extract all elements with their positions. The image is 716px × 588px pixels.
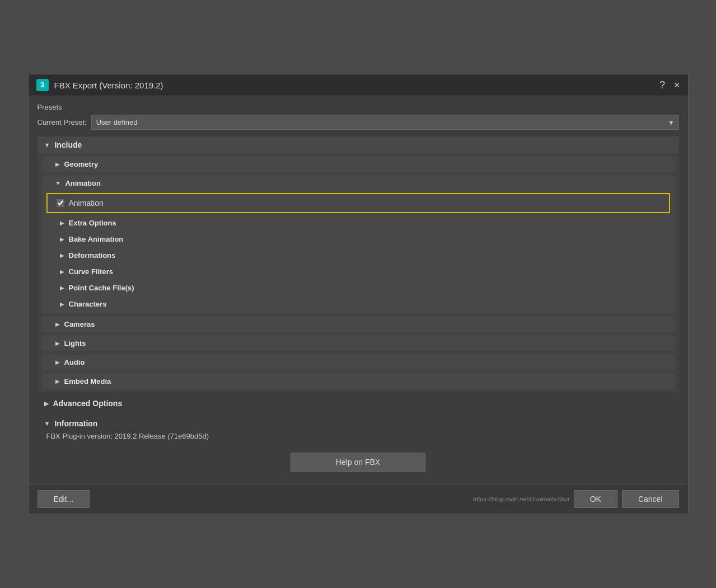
animation-subsection: ▼ Animation Animation ▶ Extra Op: [42, 176, 675, 313]
title-bar-left: 3 FBX Export (Version: 2019.2): [36, 79, 163, 91]
advanced-options-label: Advanced Options: [53, 399, 123, 408]
dialog-body: Presets Current Preset: User defined ▼ I…: [29, 96, 688, 484]
geometry-arrow: ▶: [55, 161, 60, 167]
presets-label: Presets: [38, 103, 679, 111]
extra-options-header[interactable]: ▶ Extra Options: [46, 215, 670, 231]
deformations-header[interactable]: ▶ Deformations: [46, 248, 670, 263]
animation-checkbox-label: Animation: [69, 199, 104, 208]
point-cache-header[interactable]: ▶ Point Cache File(s): [46, 280, 670, 295]
audio-arrow: ▶: [55, 359, 60, 365]
bake-animation-header[interactable]: ▶ Bake Animation: [46, 232, 670, 247]
embed-media-arrow: ▶: [55, 378, 60, 384]
bake-animation-arrow: ▶: [60, 236, 64, 242]
include-arrow: ▼: [44, 142, 50, 148]
help-icon-button[interactable]: ?: [659, 80, 665, 90]
animation-checkbox[interactable]: [57, 199, 64, 207]
curve-filters-header[interactable]: ▶ Curve Filters: [46, 264, 670, 279]
point-cache-label: Point Cache File(s): [69, 284, 134, 292]
animation-arrow: ▼: [55, 180, 61, 186]
cameras-header[interactable]: ▶ Cameras: [42, 317, 675, 332]
lights-arrow: ▶: [55, 340, 60, 346]
presets-section: Presets Current Preset: User defined: [38, 103, 679, 130]
advanced-options-arrow: ▶: [44, 400, 49, 407]
close-button[interactable]: ×: [674, 80, 680, 90]
current-preset-label: Current Preset:: [38, 118, 87, 126]
scroll-area: ▼ Include ▶ Geometry ▼: [38, 137, 679, 477]
fbx-export-dialog: 3 FBX Export (Version: 2019.2) ? × Prese…: [28, 74, 689, 514]
include-section-header[interactable]: ▼ Include: [38, 137, 679, 153]
characters-arrow: ▶: [60, 301, 64, 307]
help-on-fbx-button[interactable]: Help on FBX: [291, 453, 425, 472]
edit-button[interactable]: Edit...: [38, 490, 90, 508]
cameras-subsection: ▶ Cameras: [42, 317, 675, 332]
watermark: https://blog.csdn.net/DuoHeReShui: [473, 496, 569, 502]
curve-filters-label: Curve Filters: [69, 267, 113, 276]
include-section-content: ▶ Geometry ▼ Animation Animati: [38, 153, 679, 392]
animation-checkbox-row: Animation: [46, 193, 670, 213]
embed-media-subsection: ▶ Embed Media: [42, 374, 675, 389]
cameras-label: Cameras: [64, 320, 95, 328]
deformations-label: Deformations: [69, 251, 116, 260]
bake-animation-label: Bake Animation: [69, 235, 124, 243]
lights-subsection: ▶ Lights: [42, 336, 675, 351]
point-cache-subsection: ▶ Point Cache File(s): [46, 280, 670, 295]
advanced-options-header[interactable]: ▶ Advanced Options: [38, 394, 679, 412]
lights-label: Lights: [64, 339, 86, 347]
geometry-header[interactable]: ▶ Geometry: [42, 157, 675, 172]
characters-label: Characters: [69, 300, 107, 308]
extra-options-label: Extra Options: [69, 219, 116, 227]
information-arrow: ▼: [44, 420, 50, 427]
audio-label: Audio: [64, 358, 85, 366]
information-section: ▼ Information FBX Plug-in version: 2019.…: [38, 415, 679, 445]
point-cache-arrow: ▶: [60, 285, 64, 291]
preset-row: Current Preset: User defined: [38, 115, 679, 130]
characters-header[interactable]: ▶ Characters: [46, 297, 670, 312]
ok-button[interactable]: OK: [574, 490, 617, 508]
preset-select-wrapper[interactable]: User defined: [91, 115, 679, 130]
geometry-subsection: ▶ Geometry: [42, 157, 675, 172]
cameras-arrow: ▶: [55, 321, 60, 327]
audio-subsection: ▶ Audio: [42, 355, 675, 370]
animation-header[interactable]: ▼ Animation: [42, 176, 675, 191]
curve-filters-arrow: ▶: [60, 269, 64, 275]
information-header[interactable]: ▼ Information: [44, 419, 672, 428]
animation-label: Animation: [65, 179, 101, 187]
title-bar-right: ? ×: [659, 80, 680, 90]
bake-animation-subsection: ▶ Bake Animation: [46, 232, 670, 247]
audio-header[interactable]: ▶ Audio: [42, 355, 675, 370]
geometry-label: Geometry: [64, 160, 99, 168]
lights-header[interactable]: ▶ Lights: [42, 336, 675, 351]
app-icon: 3: [36, 79, 49, 91]
dialog-title: FBX Export (Version: 2019.2): [54, 81, 163, 90]
title-bar: 3 FBX Export (Version: 2019.2) ? ×: [29, 74, 688, 96]
deformations-arrow: ▶: [60, 252, 64, 258]
preset-select[interactable]: User defined: [91, 115, 679, 130]
deformations-subsection: ▶ Deformations: [46, 248, 670, 263]
embed-media-label: Embed Media: [64, 377, 111, 385]
curve-filters-subsection: ▶ Curve Filters: [46, 264, 670, 279]
characters-subsection: ▶ Characters: [46, 297, 670, 312]
include-label: Include: [54, 140, 82, 149]
information-label: Information: [54, 419, 97, 428]
cancel-button[interactable]: Cancel: [622, 490, 679, 508]
footer-right: https://blog.csdn.net/DuoHeReShui OK Can…: [473, 490, 679, 508]
include-section: ▼ Include ▶ Geometry ▼: [38, 137, 679, 392]
extra-options-subsection: ▶ Extra Options: [46, 215, 670, 231]
embed-media-header[interactable]: ▶ Embed Media: [42, 374, 675, 389]
information-text: FBX Plug-in version: 2019.2 Release (71e…: [44, 432, 209, 440]
extra-options-arrow: ▶: [60, 220, 64, 226]
footer: Edit... https://blog.csdn.net/DuoHeReShu…: [29, 484, 688, 514]
